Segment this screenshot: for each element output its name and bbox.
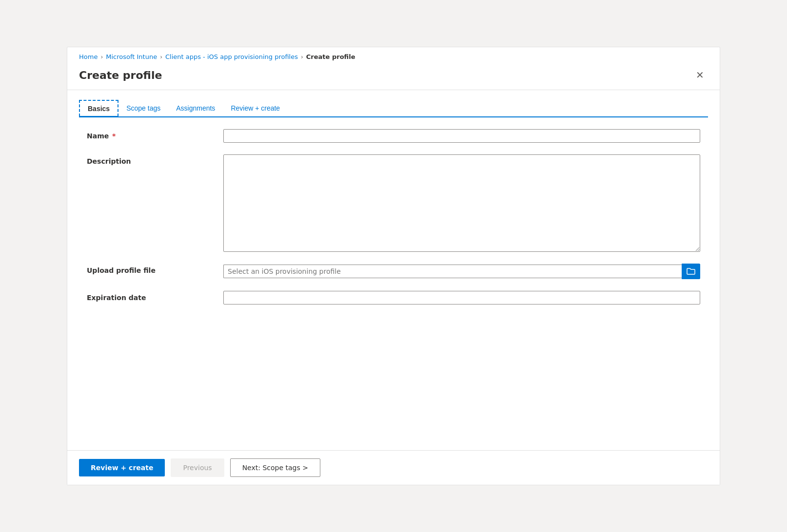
panel-header: Create profile ✕ bbox=[67, 64, 720, 90]
tab-assignments[interactable]: Assignments bbox=[168, 100, 223, 116]
description-textarea[interactable] bbox=[223, 154, 700, 252]
folder-icon bbox=[687, 267, 695, 275]
next-button[interactable]: Next: Scope tags > bbox=[230, 458, 320, 477]
breadcrumb-sep-1: › bbox=[100, 54, 103, 60]
breadcrumb-sep-3: › bbox=[301, 54, 303, 60]
description-row: Description bbox=[87, 154, 700, 252]
review-create-button[interactable]: Review + create bbox=[79, 459, 165, 476]
upload-label: Upload profile file bbox=[87, 264, 223, 274]
tabs-container: Basics Scope tags Assignments Review + c… bbox=[67, 90, 720, 116]
name-row: Name * bbox=[87, 129, 700, 143]
tab-scope-tags[interactable]: Scope tags bbox=[118, 100, 168, 116]
tab-review-create[interactable]: Review + create bbox=[223, 100, 288, 116]
page-title: Create profile bbox=[79, 69, 162, 81]
upload-row: Upload profile file bbox=[87, 264, 700, 279]
expiration-row: Expiration date bbox=[87, 291, 700, 304]
breadcrumb-sep-2: › bbox=[160, 54, 162, 60]
name-input[interactable] bbox=[223, 129, 700, 143]
tab-basics[interactable]: Basics bbox=[79, 100, 118, 116]
footer-bar: Review + create Previous Next: Scope tag… bbox=[67, 450, 720, 485]
upload-control bbox=[223, 264, 700, 279]
breadcrumb: Home › Microsoft Intune › Client apps - … bbox=[67, 47, 720, 64]
upload-input[interactable] bbox=[223, 265, 682, 278]
form-area: Name * Description Upload profile file bbox=[67, 117, 720, 450]
description-label: Description bbox=[87, 154, 223, 165]
expiration-input[interactable] bbox=[223, 291, 700, 304]
name-label: Name * bbox=[87, 129, 223, 140]
breadcrumb-current: Create profile bbox=[306, 53, 355, 60]
breadcrumb-client-apps[interactable]: Client apps - iOS app provisioning profi… bbox=[165, 53, 298, 60]
expiration-label: Expiration date bbox=[87, 291, 223, 302]
breadcrumb-intune[interactable]: Microsoft Intune bbox=[106, 53, 157, 60]
previous-button: Previous bbox=[171, 458, 224, 477]
create-profile-panel: Home › Microsoft Intune › Client apps - … bbox=[67, 47, 720, 485]
close-button[interactable]: ✕ bbox=[692, 68, 708, 82]
required-indicator: * bbox=[110, 132, 116, 140]
breadcrumb-home[interactable]: Home bbox=[79, 53, 98, 60]
upload-folder-button[interactable] bbox=[682, 264, 700, 279]
